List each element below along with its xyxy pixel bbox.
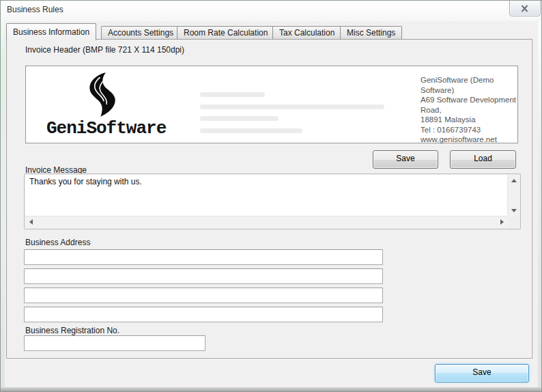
window-right-edge <box>538 1 541 391</box>
faint-watermark-line <box>200 92 265 97</box>
close-icon <box>521 5 528 12</box>
faint-watermark-line <box>200 116 279 121</box>
tab-tax-calculation[interactable]: Tax Calculation <box>272 26 341 40</box>
business-information-panel: Invoice Header (BMP file 721 X 114 150dp… <box>6 39 532 359</box>
invoice-header-label: Invoice Header (BMP file 721 X 114 150dp… <box>25 45 184 55</box>
horizontal-scrollbar[interactable] <box>25 216 508 228</box>
business-address-label: Business Address <box>25 238 90 247</box>
business-address-line2-input[interactable] <box>24 268 383 284</box>
business-registration-label: Business Registration No. <box>25 326 119 335</box>
business-rules-dialog: Business Rules Business Information Acco… <box>0 0 542 392</box>
close-button[interactable] <box>509 0 541 16</box>
footer-save-button[interactable]: Save <box>435 364 529 382</box>
invoice-message-input[interactable]: Thanks you for staying with us. <box>25 175 508 216</box>
company-name: GeniSoftware (Demo Software) <box>420 75 517 95</box>
invoice-header-image-preview: GeniSoftware GeniSoftware (Demo Software… <box>25 66 518 143</box>
title-bar[interactable]: Business Rules <box>1 1 541 21</box>
header-save-button[interactable]: Save <box>373 150 438 169</box>
scroll-up-icon[interactable] <box>511 179 517 182</box>
tab-business-information[interactable]: Business Information <box>6 23 96 40</box>
company-info-block: GeniSoftware (Demo Software) A69 Softwar… <box>420 75 517 145</box>
scroll-right-icon[interactable] <box>500 219 504 225</box>
logo-wordmark: GeniSoftware <box>46 118 166 139</box>
company-website: www.genisoftware.net <box>420 135 517 145</box>
company-street: A69 Software Development Road, <box>420 95 517 115</box>
window-bottom-edge <box>1 387 541 391</box>
window-left-edge <box>1 1 5 391</box>
business-registration-input[interactable] <box>24 335 205 351</box>
scroll-down-icon[interactable] <box>511 209 517 212</box>
header-load-button[interactable]: Load <box>450 150 516 169</box>
flame-logo-icon <box>70 72 132 120</box>
business-address-line3-input[interactable] <box>24 288 383 303</box>
business-address-line1-input[interactable] <box>24 249 383 265</box>
invoice-message-box: Thanks you for staying with us. <box>24 173 521 229</box>
tab-room-rate-calculation[interactable]: Room Rate Calculation <box>177 26 274 40</box>
company-country: 18891 Malaysia <box>420 115 517 125</box>
business-address-line4-input[interactable] <box>24 307 383 322</box>
window-title: Business Rules <box>7 5 63 14</box>
tab-misc-settings[interactable]: Misc Settings <box>340 26 402 40</box>
faint-watermark-line <box>200 104 384 109</box>
scroll-left-icon[interactable] <box>29 219 33 225</box>
company-phone: Tel : 0166739743 <box>420 125 517 135</box>
tab-accounts-settings[interactable]: Accounts Settings <box>101 26 180 40</box>
vertical-scrollbar[interactable] <box>507 175 519 216</box>
faint-watermark-line <box>200 128 302 133</box>
